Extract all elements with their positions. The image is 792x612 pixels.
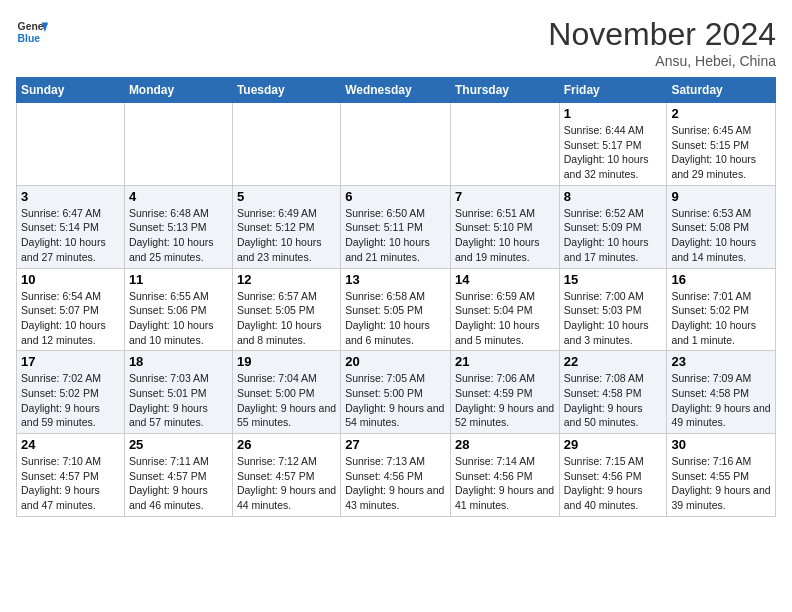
page-header: General Blue November 2024 Ansu, Hebei, … [16,16,776,69]
calendar-cell: 27Sunrise: 7:13 AM Sunset: 4:56 PM Dayli… [341,434,451,517]
day-number: 27 [345,437,446,452]
calendar-cell: 25Sunrise: 7:11 AM Sunset: 4:57 PM Dayli… [124,434,232,517]
day-number: 14 [455,272,555,287]
day-info: Sunrise: 6:55 AM Sunset: 5:06 PM Dayligh… [129,289,228,348]
day-number: 16 [671,272,771,287]
calendar-cell [17,103,125,186]
day-info: Sunrise: 7:16 AM Sunset: 4:55 PM Dayligh… [671,454,771,513]
day-info: Sunrise: 6:51 AM Sunset: 5:10 PM Dayligh… [455,206,555,265]
day-number: 1 [564,106,663,121]
day-number: 22 [564,354,663,369]
day-number: 30 [671,437,771,452]
day-info: Sunrise: 7:11 AM Sunset: 4:57 PM Dayligh… [129,454,228,513]
col-tuesday: Tuesday [232,78,340,103]
calendar-cell: 24Sunrise: 7:10 AM Sunset: 4:57 PM Dayli… [17,434,125,517]
logo-icon: General Blue [16,16,48,48]
calendar-cell: 14Sunrise: 6:59 AM Sunset: 5:04 PM Dayli… [450,268,559,351]
day-info: Sunrise: 7:15 AM Sunset: 4:56 PM Dayligh… [564,454,663,513]
day-info: Sunrise: 7:03 AM Sunset: 5:01 PM Dayligh… [129,371,228,430]
location-subtitle: Ansu, Hebei, China [548,53,776,69]
day-number: 2 [671,106,771,121]
day-info: Sunrise: 6:57 AM Sunset: 5:05 PM Dayligh… [237,289,336,348]
day-number: 17 [21,354,120,369]
calendar-cell [450,103,559,186]
calendar-body: 1Sunrise: 6:44 AM Sunset: 5:17 PM Daylig… [17,103,776,517]
day-info: Sunrise: 7:08 AM Sunset: 4:58 PM Dayligh… [564,371,663,430]
day-number: 4 [129,189,228,204]
calendar-week-row: 1Sunrise: 6:44 AM Sunset: 5:17 PM Daylig… [17,103,776,186]
calendar-cell: 3Sunrise: 6:47 AM Sunset: 5:14 PM Daylig… [17,185,125,268]
calendar-cell: 21Sunrise: 7:06 AM Sunset: 4:59 PM Dayli… [450,351,559,434]
day-info: Sunrise: 7:14 AM Sunset: 4:56 PM Dayligh… [455,454,555,513]
calendar-cell: 22Sunrise: 7:08 AM Sunset: 4:58 PM Dayli… [559,351,667,434]
calendar-cell [232,103,340,186]
day-number: 3 [21,189,120,204]
col-friday: Friday [559,78,667,103]
day-number: 5 [237,189,336,204]
day-info: Sunrise: 6:58 AM Sunset: 5:05 PM Dayligh… [345,289,446,348]
day-number: 29 [564,437,663,452]
day-info: Sunrise: 7:13 AM Sunset: 4:56 PM Dayligh… [345,454,446,513]
calendar-cell: 9Sunrise: 6:53 AM Sunset: 5:08 PM Daylig… [667,185,776,268]
day-number: 6 [345,189,446,204]
day-info: Sunrise: 6:53 AM Sunset: 5:08 PM Dayligh… [671,206,771,265]
svg-text:Blue: Blue [18,33,41,44]
calendar-week-row: 24Sunrise: 7:10 AM Sunset: 4:57 PM Dayli… [17,434,776,517]
calendar-cell: 26Sunrise: 7:12 AM Sunset: 4:57 PM Dayli… [232,434,340,517]
col-thursday: Thursday [450,78,559,103]
day-number: 21 [455,354,555,369]
calendar-cell: 29Sunrise: 7:15 AM Sunset: 4:56 PM Dayli… [559,434,667,517]
day-number: 18 [129,354,228,369]
day-info: Sunrise: 7:01 AM Sunset: 5:02 PM Dayligh… [671,289,771,348]
day-number: 11 [129,272,228,287]
calendar-cell [124,103,232,186]
day-number: 8 [564,189,663,204]
calendar-cell: 12Sunrise: 6:57 AM Sunset: 5:05 PM Dayli… [232,268,340,351]
day-number: 12 [237,272,336,287]
calendar-cell: 2Sunrise: 6:45 AM Sunset: 5:15 PM Daylig… [667,103,776,186]
day-info: Sunrise: 7:09 AM Sunset: 4:58 PM Dayligh… [671,371,771,430]
day-info: Sunrise: 7:06 AM Sunset: 4:59 PM Dayligh… [455,371,555,430]
calendar-cell: 15Sunrise: 7:00 AM Sunset: 5:03 PM Dayli… [559,268,667,351]
day-number: 23 [671,354,771,369]
day-number: 9 [671,189,771,204]
day-info: Sunrise: 6:48 AM Sunset: 5:13 PM Dayligh… [129,206,228,265]
day-info: Sunrise: 6:54 AM Sunset: 5:07 PM Dayligh… [21,289,120,348]
calendar-cell: 18Sunrise: 7:03 AM Sunset: 5:01 PM Dayli… [124,351,232,434]
day-info: Sunrise: 7:02 AM Sunset: 5:02 PM Dayligh… [21,371,120,430]
col-monday: Monday [124,78,232,103]
day-number: 19 [237,354,336,369]
calendar-cell: 30Sunrise: 7:16 AM Sunset: 4:55 PM Dayli… [667,434,776,517]
title-block: November 2024 Ansu, Hebei, China [548,16,776,69]
day-number: 24 [21,437,120,452]
day-info: Sunrise: 6:50 AM Sunset: 5:11 PM Dayligh… [345,206,446,265]
day-info: Sunrise: 6:59 AM Sunset: 5:04 PM Dayligh… [455,289,555,348]
calendar-cell: 8Sunrise: 6:52 AM Sunset: 5:09 PM Daylig… [559,185,667,268]
day-info: Sunrise: 7:04 AM Sunset: 5:00 PM Dayligh… [237,371,336,430]
day-number: 28 [455,437,555,452]
day-info: Sunrise: 6:47 AM Sunset: 5:14 PM Dayligh… [21,206,120,265]
calendar-cell: 28Sunrise: 7:14 AM Sunset: 4:56 PM Dayli… [450,434,559,517]
calendar-cell: 13Sunrise: 6:58 AM Sunset: 5:05 PM Dayli… [341,268,451,351]
calendar-cell: 1Sunrise: 6:44 AM Sunset: 5:17 PM Daylig… [559,103,667,186]
day-number: 7 [455,189,555,204]
calendar-cell: 16Sunrise: 7:01 AM Sunset: 5:02 PM Dayli… [667,268,776,351]
calendar-cell: 19Sunrise: 7:04 AM Sunset: 5:00 PM Dayli… [232,351,340,434]
calendar-cell: 5Sunrise: 6:49 AM Sunset: 5:12 PM Daylig… [232,185,340,268]
col-wednesday: Wednesday [341,78,451,103]
calendar-cell: 11Sunrise: 6:55 AM Sunset: 5:06 PM Dayli… [124,268,232,351]
day-number: 10 [21,272,120,287]
calendar-cell: 6Sunrise: 6:50 AM Sunset: 5:11 PM Daylig… [341,185,451,268]
day-number: 26 [237,437,336,452]
day-info: Sunrise: 7:00 AM Sunset: 5:03 PM Dayligh… [564,289,663,348]
calendar-header-row: Sunday Monday Tuesday Wednesday Thursday… [17,78,776,103]
calendar-cell: 7Sunrise: 6:51 AM Sunset: 5:10 PM Daylig… [450,185,559,268]
day-info: Sunrise: 6:45 AM Sunset: 5:15 PM Dayligh… [671,123,771,182]
col-saturday: Saturday [667,78,776,103]
col-sunday: Sunday [17,78,125,103]
day-number: 25 [129,437,228,452]
day-number: 20 [345,354,446,369]
day-info: Sunrise: 7:05 AM Sunset: 5:00 PM Dayligh… [345,371,446,430]
logo: General Blue [16,16,52,48]
calendar-cell: 17Sunrise: 7:02 AM Sunset: 5:02 PM Dayli… [17,351,125,434]
